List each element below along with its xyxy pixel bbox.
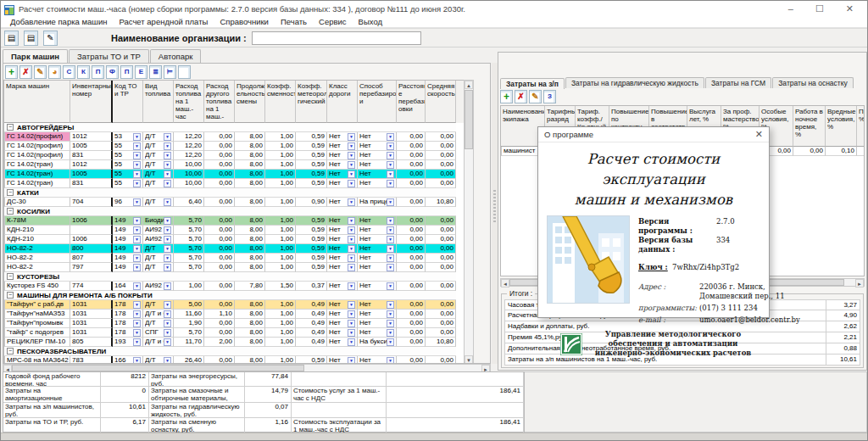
- cell[interactable]: 0,00: [397, 198, 426, 207]
- cell[interactable]: 0,00: [426, 254, 456, 263]
- cell[interactable]: 0,59: [296, 216, 327, 226]
- menu-item[interactable]: Выход: [353, 17, 388, 26]
- cell[interactable]: 149▼: [113, 216, 143, 226]
- group-row[interactable]: −КУСТОРЕЗЫ: [4, 272, 456, 282]
- machine-row[interactable]: "Тайфун" с раб.дв1031178▼Д/Т▼5,000,008,0…: [4, 300, 456, 310]
- cell[interactable]: Нет▼: [327, 160, 358, 170]
- cell[interactable]: 5,70: [174, 263, 204, 272]
- cell[interactable]: 0,59: [296, 179, 327, 188]
- cell[interactable]: Д/Т▼: [143, 263, 174, 272]
- dropdown-icon[interactable]: ▼: [387, 357, 394, 365]
- cell[interactable]: 10,00: [174, 160, 204, 170]
- dropdown-icon[interactable]: ▼: [133, 301, 141, 309]
- cell[interactable]: ГС 14.02(тран): [4, 170, 70, 179]
- dropdown-icon[interactable]: ▼: [164, 320, 171, 327]
- cell[interactable]: На прицепе▼: [358, 198, 397, 207]
- dropdown-icon[interactable]: ▼: [348, 198, 355, 206]
- cell[interactable]: 0,49: [296, 310, 327, 319]
- cell[interactable]: 55▼: [113, 179, 143, 188]
- group-row[interactable]: −КОСИЛКИ: [4, 207, 456, 216]
- dropdown-icon[interactable]: ▼: [387, 226, 394, 234]
- cell[interactable]: На буксире▼: [358, 338, 397, 347]
- dropdown-icon[interactable]: ▼: [133, 264, 141, 271]
- cell[interactable]: 1,00: [265, 356, 296, 364]
- cell[interactable]: 0,00: [204, 300, 235, 310]
- cell[interactable]: 53▼: [113, 132, 143, 142]
- cell[interactable]: НО-82-2: [4, 244, 70, 254]
- machine-row[interactable]: ГС 14.02(тран)83155▼Д/Т▼10,000,008,001,0…: [4, 179, 456, 188]
- scrollbar-thumb[interactable]: [465, 90, 473, 149]
- cell[interactable]: 45,1: [857, 147, 865, 156]
- dropdown-icon[interactable]: ▼: [387, 245, 394, 253]
- cell[interactable]: Нет▼: [358, 132, 397, 142]
- cell[interactable]: Нет▼: [358, 254, 397, 263]
- cell[interactable]: Д/Т▼: [143, 142, 174, 151]
- cell[interactable]: 55▼: [113, 160, 143, 170]
- cell[interactable]: 831: [70, 151, 113, 160]
- cell[interactable]: 11,60: [174, 310, 204, 319]
- doc-s-icon[interactable]: С: [63, 65, 75, 79]
- cell[interactable]: 0,00: [397, 226, 426, 235]
- dropdown-icon[interactable]: ▼: [164, 161, 171, 169]
- cell[interactable]: 0,49: [296, 319, 327, 328]
- dropdown-icon[interactable]: ▼: [164, 198, 171, 206]
- dropdown-icon[interactable]: ▼: [133, 198, 141, 206]
- cell[interactable]: 0,37: [296, 282, 327, 291]
- cell[interactable]: 55▼: [113, 151, 143, 160]
- cell[interactable]: 8,00: [235, 198, 265, 207]
- cell[interactable]: 1005: [70, 170, 113, 179]
- cell[interactable]: Нет▼: [358, 216, 397, 226]
- cell[interactable]: 149▼: [113, 235, 143, 244]
- cell[interactable]: 0,10: [826, 147, 857, 156]
- main-tab-3[interactable]: Автопарк: [150, 49, 202, 63]
- cell[interactable]: 0,00: [397, 170, 426, 179]
- cell[interactable]: Д/Т▼: [143, 170, 174, 179]
- cell[interactable]: Нет▼: [358, 235, 397, 244]
- cell[interactable]: 1,00: [265, 300, 296, 310]
- cell[interactable]: 831: [70, 179, 113, 188]
- dropdown-icon[interactable]: ▼: [348, 170, 355, 178]
- cell[interactable]: 0,00: [426, 160, 456, 170]
- cell[interactable]: 1,90: [174, 319, 204, 328]
- cell[interactable]: 5,70: [174, 254, 204, 263]
- cell[interactable]: 5,70: [174, 244, 204, 254]
- cell[interactable]: 5,70: [174, 235, 204, 244]
- dropdown-icon[interactable]: ▼: [164, 142, 171, 150]
- dropdown-icon[interactable]: ▼: [348, 133, 355, 141]
- cell[interactable]: 1,00: [265, 142, 296, 151]
- dialog-close-icon[interactable]: ✕: [755, 129, 763, 140]
- dropdown-icon[interactable]: ▼: [348, 338, 355, 346]
- cell[interactable]: ГС 14.02(профил): [4, 132, 70, 142]
- cell[interactable]: Нет▼: [327, 179, 358, 188]
- machine-row[interactable]: "Тайфун"наМАЗ531031178▼Д/Т и С▼11,601,10…: [4, 310, 456, 319]
- dropdown-icon[interactable]: ▼: [348, 329, 355, 337]
- cell[interactable]: 1,00: [265, 132, 296, 142]
- doc-k-icon[interactable]: К: [77, 65, 90, 79]
- cell[interactable]: 12,20: [174, 151, 204, 160]
- cell[interactable]: 0,00: [204, 216, 235, 226]
- cell[interactable]: Д/Т▼: [143, 179, 174, 188]
- cell[interactable]: ГС 14.02(профил): [4, 151, 70, 160]
- machine-row[interactable]: "тайф" с подогрев1031178▼СПГ▼5,700,008,0…: [4, 328, 456, 338]
- cell[interactable]: Д/Т и С▼: [143, 310, 174, 319]
- cell[interactable]: 149▼: [113, 226, 143, 235]
- cell[interactable]: 5,00: [174, 300, 204, 310]
- dropdown-icon[interactable]: ▼: [348, 301, 355, 309]
- cell[interactable]: ДС-30: [4, 198, 70, 207]
- cell[interactable]: Нет▼: [327, 151, 358, 160]
- cell[interactable]: 800: [70, 244, 113, 254]
- cell[interactable]: Нет▼: [327, 328, 358, 338]
- costs-tab-4[interactable]: Затраты на оснастку: [772, 77, 854, 88]
- cell[interactable]: 0,00: [204, 244, 235, 254]
- cell[interactable]: Кусторез FS 450: [4, 282, 70, 291]
- machine-row[interactable]: "Тайфун"промывк1031178▼Д/Т▼1,900,008,001…: [4, 319, 456, 328]
- cell[interactable]: Нет▼: [327, 142, 358, 151]
- cell[interactable]: Нет▼: [327, 132, 358, 142]
- cell[interactable]: 8,00: [235, 160, 265, 170]
- doc-p1-icon[interactable]: П: [92, 65, 104, 79]
- cell[interactable]: 1,00: [265, 160, 296, 170]
- dropdown-icon[interactable]: ▼: [133, 320, 141, 327]
- dropdown-icon[interactable]: ▼: [348, 161, 355, 169]
- cell[interactable]: НО-82-2: [4, 263, 70, 272]
- doc-f-icon[interactable]: Ф: [106, 65, 119, 79]
